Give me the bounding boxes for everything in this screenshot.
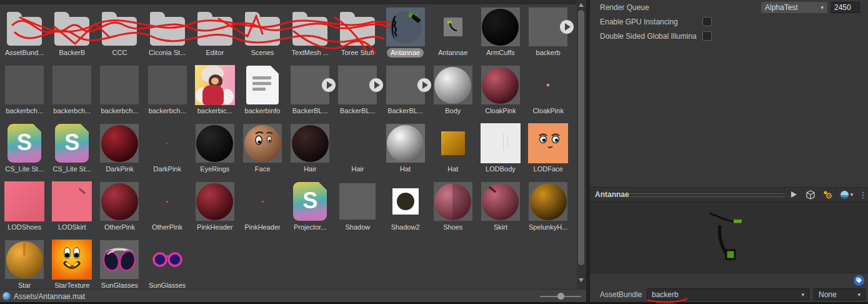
asset-label: Scenes — [251, 48, 274, 58]
sphere-icon — [195, 181, 235, 221]
asset-item[interactable]: Ciconia St... — [144, 5, 191, 63]
asset-item[interactable]: SpelunkyH... — [524, 180, 572, 238]
sun-mat-icon — [99, 240, 139, 280]
preview-light-button[interactable] — [819, 188, 836, 201]
asset-item[interactable]: backerb — [524, 5, 572, 63]
asset-item[interactable]: Scenes — [239, 5, 286, 63]
asset-item[interactable]: DarkPink — [96, 121, 143, 180]
s-icon-icon: S — [52, 123, 92, 163]
render-queue-value-field[interactable] — [831, 2, 860, 13]
asset-label: CloakPink — [485, 106, 516, 116]
asset-item[interactable]: Hair — [334, 121, 381, 180]
asset-item[interactable]: backerbic... — [191, 63, 239, 121]
playsquare-icon — [337, 65, 377, 105]
asset-label: DarkPink — [153, 165, 181, 174]
asset-item[interactable]: Star — [1, 238, 48, 296]
asset-item[interactable]: LODShoes — [1, 180, 48, 238]
thumbnail-zoom-slider[interactable] — [540, 290, 581, 303]
preview-more-button[interactable]: ⋮ — [857, 188, 868, 201]
asset-item[interactable]: backerbch... — [48, 63, 96, 121]
folder-icon — [195, 7, 235, 47]
render-queue-dropdown[interactable]: AlphaTest ▾ — [761, 2, 827, 13]
asset-item[interactable]: Antannae — [382, 5, 429, 63]
scroll-down-icon[interactable] — [579, 278, 584, 282]
asset-item[interactable]: BackerBL... — [382, 63, 429, 121]
asset-item[interactable]: backerbinfo — [239, 63, 286, 121]
cube-icon — [806, 190, 815, 200]
asset-item[interactable]: Editor — [191, 5, 239, 63]
play-badge-icon — [322, 78, 336, 92]
asset-item[interactable]: SunGlasses — [96, 238, 143, 296]
asset-item[interactable]: CCC — [96, 5, 143, 63]
asset-item[interactable]: TextMesh ... — [286, 5, 334, 63]
preview-render-mode-button[interactable]: ▾ — [836, 188, 857, 201]
slider-handle[interactable] — [557, 293, 564, 300]
asset-item[interactable]: Face — [239, 121, 286, 180]
asset-item[interactable]: backerbch... — [1, 63, 48, 121]
asset-item[interactable]: SCS_Lite St... — [1, 121, 48, 180]
double-sided-gi-checkbox[interactable] — [702, 31, 712, 41]
asset-item[interactable]: Hat — [382, 121, 429, 180]
asset-label: Hair — [304, 165, 316, 174]
asset-item[interactable]: Body — [429, 63, 477, 121]
asset-label: Toree Stuff — [341, 48, 374, 58]
drag-handle[interactable] — [630, 193, 786, 197]
asset-label: LODFace — [534, 165, 563, 174]
asset-item[interactable]: LODBody — [477, 121, 524, 180]
vertical-scrollbar[interactable] — [577, 0, 586, 289]
asset-item[interactable]: LODFace — [524, 121, 572, 180]
tex-antennae-icon — [433, 7, 473, 47]
asset-item[interactable]: LODSkirt — [48, 180, 96, 238]
asset-item[interactable]: backerbch... — [96, 63, 143, 121]
asset-item[interactable]: OtherPink — [144, 180, 191, 238]
asset-label: LODBody — [486, 165, 516, 174]
gpu-instancing-checkbox[interactable] — [702, 17, 712, 26]
asset-item[interactable]: Toree Stuff — [334, 5, 381, 63]
scrollbar-thumb[interactable] — [578, 10, 584, 265]
asset-item[interactable]: DarkPink — [144, 121, 191, 180]
asset-item[interactable]: Antannae — [429, 5, 477, 63]
asset-item[interactable]: PinkHeader — [239, 180, 286, 238]
assetbundle-variant-dropdown[interactable]: None ▾ — [814, 288, 866, 300]
s-icon-icon: S — [290, 181, 330, 221]
asset-item[interactable]: BackerB — [48, 5, 96, 63]
asset-item[interactable]: CloakPink — [524, 63, 572, 121]
asset-item[interactable]: SunGlasses — [144, 238, 191, 296]
asset-item[interactable]: Shadow — [334, 180, 381, 238]
asset-item[interactable]: Hair — [286, 121, 334, 180]
asset-label: Hat — [400, 165, 411, 174]
sun-tex-icon — [147, 240, 187, 280]
asset-item[interactable]: CloakPink — [477, 63, 524, 121]
asset-item[interactable]: ArmCuffs — [477, 5, 524, 63]
square-icon — [52, 181, 92, 221]
folder-icon — [99, 7, 139, 47]
asset-label: Shadow2 — [391, 223, 420, 232]
asset-item[interactable]: EyeRings — [191, 121, 239, 180]
square-icon — [337, 181, 377, 221]
asset-item[interactable]: AssetBund... — [1, 5, 48, 63]
asset-item[interactable]: BackerBL... — [334, 63, 381, 121]
scroll-up-icon[interactable] — [579, 3, 584, 7]
asset-item[interactable]: StarTexture — [48, 238, 96, 296]
preview-mesh-button[interactable] — [802, 188, 819, 201]
asset-item[interactable]: Shoes — [429, 180, 477, 238]
asset-item[interactable]: SCS_Lite St... — [48, 121, 96, 180]
assetbundle-name-dropdown[interactable]: backerb ▾ — [647, 288, 809, 300]
sphere-icon — [481, 7, 521, 47]
asset-item[interactable]: SProjector... — [286, 180, 334, 238]
asset-item[interactable]: Shadow2 — [382, 180, 429, 238]
asset-label: Editor — [206, 48, 224, 58]
asset-item[interactable]: PinkHeader — [191, 180, 239, 238]
asset-item[interactable]: Skirt — [477, 180, 524, 238]
asset-label: Skirt — [494, 223, 507, 232]
asset-item[interactable]: OtherPink — [96, 180, 143, 238]
asset-label: Ciconia St... — [149, 48, 186, 58]
dot-icon — [337, 123, 377, 163]
asset-item[interactable]: BackerBL... — [286, 63, 334, 121]
play-badge-icon — [560, 20, 574, 34]
sphere-icon — [290, 123, 330, 163]
asset-item[interactable]: Hat — [429, 121, 477, 180]
asset-item[interactable]: backerbch... — [144, 63, 191, 121]
asset-label: Shoes — [443, 223, 462, 232]
preview-play-button[interactable] — [785, 188, 802, 201]
